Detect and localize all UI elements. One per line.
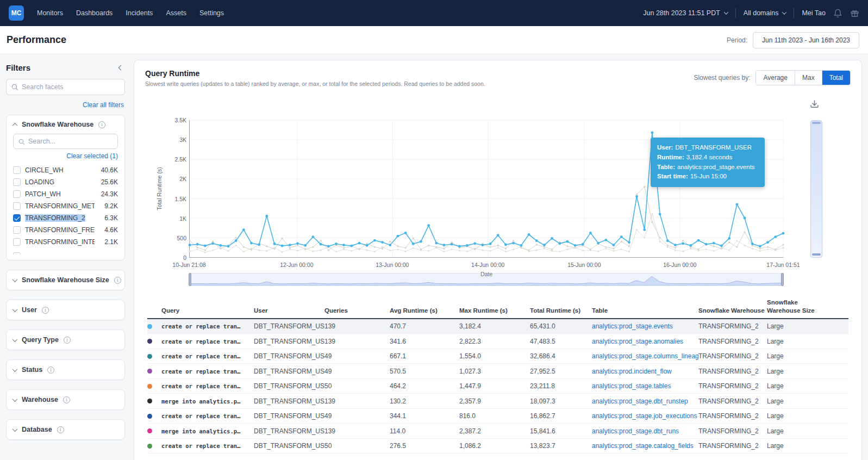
facet-option-transforming-interna[interactable]: TRANSFORMING_INTERNA2.1K <box>13 236 118 248</box>
value-range-brush[interactable] <box>810 120 822 258</box>
table-link[interactable]: analytics:prod_stage.job_executions <box>592 412 698 420</box>
filter-section-label: Database <box>22 426 52 433</box>
facet-title: Snowflake Warehouse <box>22 121 93 128</box>
y-axis-tick-label: 500 <box>164 235 186 241</box>
checkbox[interactable] <box>13 166 21 174</box>
clear-selected-link[interactable]: Clear selected (1) <box>13 152 118 160</box>
filter-section-snowflake-warehouse-size[interactable]: Snowflake Warehouse Size <box>6 270 125 290</box>
table-body: create or replace tran…DBT_TRANSFORM_USE… <box>147 319 848 454</box>
table-link[interactable]: analytics:prod_stage.columns_lineage <box>592 352 698 360</box>
facet-option-transforming-2[interactable]: TRANSFORMING_26.3K <box>13 212 118 224</box>
size-cell: Large <box>767 397 848 405</box>
total-runtime-cell: 32,686.4 <box>530 352 592 360</box>
checkbox[interactable] <box>13 238 21 246</box>
size-cell: Large <box>767 382 848 390</box>
x-axis-tick-label: 12-Jun 00:00 <box>280 262 313 268</box>
facet-search-box <box>13 134 118 149</box>
max-runtime-cell: 2,387.2 <box>459 427 530 435</box>
collapse-sidebar-button[interactable] <box>117 64 125 72</box>
total-runtime-cell: 13,823.7 <box>530 442 592 450</box>
notifications-bell-icon[interactable] <box>833 9 842 18</box>
page-header: Performance Period: Jun 11th 2023 - Jun … <box>0 26 868 54</box>
table-row[interactable]: create or replace tran…DBT_TRANSFORM_USE… <box>147 364 848 379</box>
divider <box>735 8 736 18</box>
table-row[interactable]: create or replace tran…DBT_TRANSFORM_USE… <box>147 349 848 364</box>
user-menu[interactable]: Mei Tao <box>802 9 826 17</box>
table-row[interactable]: create or replace tran…DBT_TRANSFORM_USE… <box>147 409 848 424</box>
info-icon <box>98 121 105 128</box>
datetime-selector[interactable]: Jun 28th 2023 11:51 PDT <box>643 9 728 17</box>
table-row[interactable]: merge into analytics.p…DBT_TRANSFORM_USE… <box>147 424 848 439</box>
nav-item-dashboards[interactable]: Dashboards <box>76 9 113 17</box>
x-axis-tick-label: 14-Jun 00:00 <box>471 262 504 268</box>
facet-search-input[interactable] <box>28 138 113 145</box>
filter-section-query-type[interactable]: Query Type <box>6 330 125 350</box>
checkbox[interactable] <box>13 214 21 222</box>
checkbox[interactable] <box>13 178 21 186</box>
warehouse-cell: TRANSFORMING_2 <box>698 397 767 405</box>
table-link[interactable]: analytics:prod_stage.dbt_runstep <box>592 397 698 405</box>
domain-selector[interactable]: All domains <box>744 9 786 17</box>
user-cell: DBT_TRANSFORM_USER <box>254 352 324 360</box>
queries-cell: 139 <box>324 397 390 405</box>
download-icon[interactable] <box>810 100 819 111</box>
filter-section-database[interactable]: Database <box>6 419 125 440</box>
facet-option-count: 4.6K <box>104 226 118 234</box>
facet-option-transforming-freshn[interactable]: TRANSFORMING_FRESHN4.6K <box>13 224 118 236</box>
table-row[interactable]: merge into analytics.p…DBT_TRANSFORM_USE… <box>147 394 848 409</box>
period-label: Period: <box>727 36 747 44</box>
checkbox[interactable] <box>13 226 21 234</box>
series-color-dot <box>147 399 152 403</box>
period-range-picker[interactable]: Jun 11th 2023 - Jun 16th 2023 <box>753 32 859 48</box>
facet-option-patch-wh[interactable]: PATCH_WH24.3K <box>13 188 118 200</box>
table-link[interactable]: analytics:prod.incident_flow <box>592 368 698 375</box>
facet-option-count: 40.6K <box>101 166 118 174</box>
total-runtime-cell: 15,841.6 <box>530 427 592 435</box>
nav-item-settings[interactable]: Settings <box>199 9 224 17</box>
nav-item-incidents[interactable]: Incidents <box>126 9 153 17</box>
filter-section-user[interactable]: User <box>6 300 125 320</box>
nav-item-assets[interactable]: Assets <box>166 9 186 17</box>
facet-option-loading[interactable]: LOADING25.6K <box>13 176 118 188</box>
table-row[interactable]: create or replace tran…DBT_TRANSFORM_USE… <box>147 319 848 334</box>
table-link[interactable]: analytics:prod_stage.tables <box>592 382 698 390</box>
checkbox[interactable] <box>13 190 21 198</box>
table-row[interactable]: create or replace tran…DBT_TRANSFORM_USE… <box>147 439 848 454</box>
facet-option-transforming-metric[interactable]: TRANSFORMING_METRIC9.2K <box>13 200 118 212</box>
app-logo[interactable]: MC <box>9 5 24 21</box>
search-facets-input[interactable] <box>22 83 120 91</box>
queries-cell: 50 <box>324 442 390 450</box>
table-link[interactable]: analytics:prod_stage.dbt_runs <box>592 427 698 435</box>
total-runtime-cell: 27,952.5 <box>530 368 592 375</box>
checkbox[interactable] <box>13 202 21 210</box>
filter-section-status[interactable]: Status <box>6 359 125 380</box>
mode-button-total[interactable]: Total <box>822 71 850 85</box>
nav-item-monitors[interactable]: Monitors <box>37 9 63 17</box>
table-link[interactable]: analytics:prod_stage.catalog_fields <box>592 442 698 450</box>
table-link[interactable]: analytics:prod_stage.anomalies <box>592 338 698 345</box>
x-axis-tick-label: 13-Jun 00:00 <box>376 262 409 268</box>
brush-right-handle[interactable] <box>781 273 784 286</box>
info-icon <box>114 277 121 284</box>
facet-option-partial <box>13 250 118 254</box>
info-icon <box>47 366 54 374</box>
clear-all-filters-link[interactable]: Clear all filters <box>6 101 124 109</box>
max-runtime-cell: 1,554.0 <box>459 352 530 360</box>
table-link[interactable]: analytics:prod_stage.events <box>592 322 698 330</box>
warehouse-facet-header[interactable]: Snowflake Warehouse <box>13 121 118 128</box>
table-row[interactable]: create or replace tran…DBT_TRANSFORM_USE… <box>147 334 848 349</box>
query-cell: merge into analytics.p… <box>161 398 254 405</box>
mode-button-average[interactable]: Average <box>756 71 794 85</box>
search-facets-box <box>6 79 125 95</box>
x-axis-tick-label: 10-Jun 21:08 <box>172 262 205 268</box>
chevron-up-icon <box>13 122 18 128</box>
table-row[interactable]: create or replace tran…DBT_TRANSFORM_USE… <box>147 379 848 394</box>
filter-section-warehouse[interactable]: Warehouse <box>6 389 125 410</box>
brush-left-handle[interactable] <box>189 273 191 286</box>
gift-icon[interactable] <box>850 9 859 18</box>
facet-option-circle-wh[interactable]: CIRCLE_WH40.6K <box>13 164 118 176</box>
avg-runtime-cell: 570.5 <box>390 368 459 375</box>
mode-button-max[interactable]: Max <box>795 71 822 85</box>
user-cell: DBT_TRANSFORM_USER <box>254 412 324 420</box>
chevron-down-icon <box>13 396 18 402</box>
